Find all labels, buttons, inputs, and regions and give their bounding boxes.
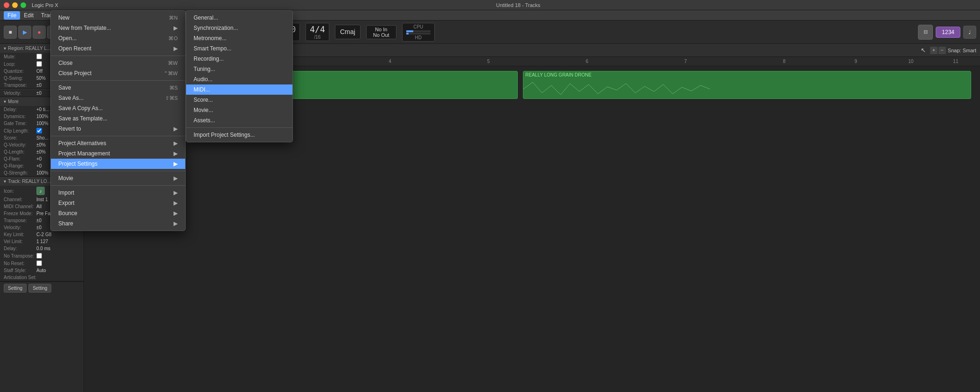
- velocity-label: Velocity:: [4, 91, 36, 96]
- minus-tool[interactable]: −: [938, 47, 946, 54]
- q-velocity-value[interactable]: ±0%: [36, 142, 46, 147]
- no-transpose-checkbox[interactable]: [36, 253, 42, 259]
- timeline-marker-7: 7: [684, 59, 687, 64]
- submenu-assets[interactable]: Assets...: [186, 115, 292, 126]
- loop-checkbox[interactable]: [36, 61, 42, 67]
- q-strength-value[interactable]: 100%: [36, 170, 49, 175]
- separator-5: [51, 185, 185, 186]
- maximize-window-button[interactable]: [21, 2, 26, 8]
- key-value: Cmaj: [339, 26, 356, 38]
- setting-button-2[interactable]: Setting: [28, 284, 51, 293]
- menu-edit[interactable]: Edit: [20, 11, 37, 20]
- key-limit-value[interactable]: C-2 G8: [36, 232, 51, 237]
- more-header-label: More: [8, 99, 19, 104]
- track-delay-value[interactable]: 0.0 ms: [36, 246, 50, 251]
- menu-entry-new[interactable]: New ⌘N: [51, 13, 185, 23]
- submenu-metronome[interactable]: Metronome...: [186, 33, 292, 43]
- timeline-marker-10: 10: [908, 59, 913, 64]
- shortcut-save: ⌘S: [169, 85, 178, 91]
- q-flam-value[interactable]: +0: [36, 156, 42, 161]
- mute-label: Mute:: [4, 54, 36, 59]
- gate-time-value[interactable]: 100%: [36, 121, 49, 126]
- menu-file[interactable]: File: [4, 11, 20, 20]
- submenu-score[interactable]: Score...: [186, 95, 292, 105]
- note-display-button[interactable]: 1234: [936, 27, 960, 38]
- q-range-label: Q-Range:: [4, 163, 36, 168]
- arrow-project-alternatives: ▶: [174, 140, 178, 147]
- channel-value[interactable]: Inst 1: [36, 197, 48, 202]
- timeline-marker-11: 11: [953, 59, 958, 64]
- q-swing-value[interactable]: 50%: [36, 76, 46, 81]
- clip-length-checkbox[interactable]: [36, 128, 42, 133]
- track-transpose-label: Transpose:: [4, 218, 36, 223]
- setting-button-1[interactable]: Setting: [4, 284, 27, 293]
- track-transpose-value[interactable]: ±0: [36, 218, 42, 223]
- submenu-synchronization[interactable]: Synchronization...: [186, 23, 292, 33]
- menu-entry-bounce[interactable]: Bounce ▶: [51, 208, 185, 218]
- metronome-button[interactable]: ♩: [963, 26, 976, 39]
- gate-time-label: Gate Time:: [4, 121, 36, 126]
- menu-entry-open-recent[interactable]: Open Recent ▶: [51, 43, 185, 54]
- key-limit-label: Key Limit:: [4, 232, 36, 237]
- q-range-value[interactable]: +0: [36, 163, 42, 168]
- shortcut-close: ⌘W: [168, 60, 178, 66]
- dynamics-value[interactable]: 100%: [36, 114, 49, 119]
- submenu-midi[interactable]: MIDI...: [186, 84, 292, 95]
- play-button[interactable]: ▶: [18, 26, 31, 39]
- menu-entry-close[interactable]: Close ⌘W: [51, 58, 185, 68]
- mixer-button[interactable]: ⊟: [918, 25, 933, 40]
- menu-entry-movie[interactable]: Movie ▶: [51, 173, 185, 183]
- staff-style-value[interactable]: Auto: [36, 268, 46, 273]
- midi-channel-value[interactable]: All: [36, 204, 42, 209]
- articulation-set-label: Articulation Set:: [4, 275, 36, 280]
- submenu-general[interactable]: General...: [186, 13, 292, 23]
- menu-entry-close-project[interactable]: Close Project ⌃⌘W: [51, 68, 185, 78]
- menu-entry-export[interactable]: Export ▶: [51, 198, 185, 208]
- menu-entry-revert-to[interactable]: Revert to ▶: [51, 124, 185, 134]
- menu-entry-save-as[interactable]: Save As... ⇧⌘S: [51, 93, 185, 103]
- menu-entry-share[interactable]: Share ▶: [51, 218, 185, 229]
- stop-button[interactable]: ■: [4, 26, 17, 39]
- submenu-movie[interactable]: Movie...: [186, 105, 292, 115]
- submenu-recording[interactable]: Recording...: [186, 54, 292, 64]
- timeline-marker-4: 4: [389, 59, 391, 64]
- menu-entry-project-alternatives[interactable]: Project Alternatives ▶: [51, 138, 185, 148]
- submenu-import-project-settings[interactable]: Import Project Settings...: [186, 130, 292, 140]
- submenu-tuning[interactable]: Tuning...: [186, 64, 292, 74]
- no-in-label: No In: [370, 27, 392, 32]
- close-window-button[interactable]: [4, 2, 9, 8]
- arrow-movie: ▶: [174, 175, 178, 182]
- separator-3: [51, 136, 185, 136]
- submenu-audio[interactable]: Audio...: [186, 74, 292, 84]
- menu-entry-project-settings[interactable]: Project Settings ▶: [51, 159, 185, 169]
- q-length-value[interactable]: ±0%: [36, 149, 46, 154]
- velocity-value[interactable]: ±0: [36, 91, 42, 96]
- delay-value[interactable]: +0 ti...: [36, 107, 49, 112]
- menu-entry-import[interactable]: Import ▶: [51, 188, 185, 198]
- menu-entry-open[interactable]: Open... ⌘O: [51, 33, 185, 43]
- q-velocity-label: Q-Velocity:: [4, 142, 36, 147]
- track-region-2[interactable]: REALLY LONG GRAIN DRONE: [523, 71, 971, 99]
- no-reset-checkbox[interactable]: [36, 260, 42, 266]
- menu-entry-save-as-template[interactable]: Save as Template...: [51, 113, 185, 124]
- mute-checkbox[interactable]: [36, 54, 42, 59]
- timeline-marker-6: 6: [586, 59, 589, 64]
- loop-label: Loop:: [4, 62, 36, 67]
- transpose-value[interactable]: ±0: [36, 83, 42, 88]
- plus-tool[interactable]: +: [930, 47, 938, 54]
- staff-style-row: Staff Style: Auto: [0, 267, 83, 274]
- vel-limit-value[interactable]: 1 127: [36, 239, 48, 244]
- submenu-smart-tempo[interactable]: Smart Tempo...: [186, 43, 292, 54]
- record-arm-button[interactable]: ●: [33, 26, 46, 39]
- quantize-value[interactable]: Off: [36, 69, 42, 74]
- menu-entry-project-management[interactable]: Project Management ▶: [51, 148, 185, 159]
- minimize-window-button[interactable]: [12, 2, 18, 8]
- menu-entry-save[interactable]: Save ⌘S: [51, 83, 185, 93]
- cursor-tool[interactable]: ↖: [919, 46, 928, 55]
- score-value[interactable]: Sho...: [36, 135, 49, 140]
- track-velocity-value[interactable]: ±0: [36, 225, 42, 230]
- menu-entry-new-from-template[interactable]: New from Template... ▶: [51, 23, 185, 33]
- score-label: Score:: [4, 135, 36, 140]
- menu-entry-save-copy-as[interactable]: Save A Copy As...: [51, 103, 185, 113]
- window-controls: [4, 2, 26, 8]
